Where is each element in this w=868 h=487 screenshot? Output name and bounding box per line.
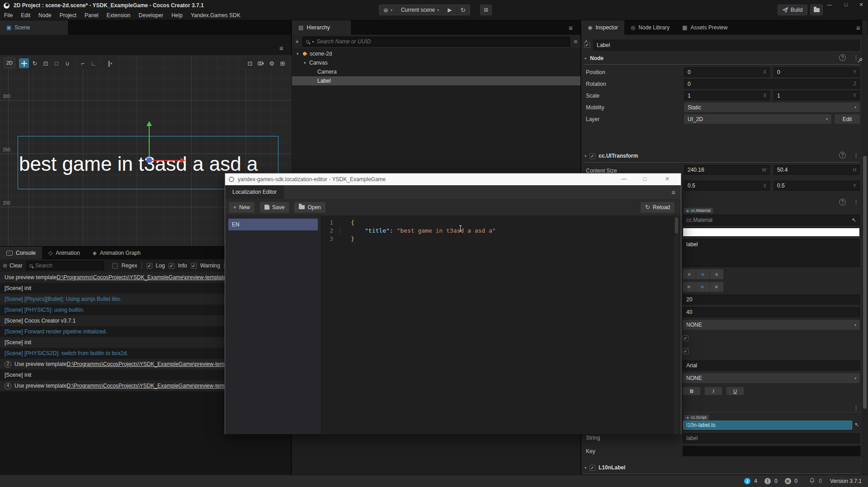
script-asset-field[interactable]: l10n-label.ts — [683, 421, 852, 430]
gizmo-origin-handle[interactable] — [146, 158, 151, 163]
menu-file[interactable]: File — [0, 11, 17, 20]
scale-tool[interactable]: ⊡ — [41, 58, 51, 68]
loc-menu-icon[interactable]: ≡ — [671, 188, 675, 196]
label-menu-icon[interactable]: ⋮ — [853, 199, 859, 206]
scene-menu-icon[interactable]: ≡ — [279, 44, 283, 52]
scrollbar-thumb[interactable] — [863, 156, 867, 409]
menu-developer[interactable]: Developer — [134, 11, 167, 20]
position-y-input[interactable]: 0Y — [774, 67, 860, 77]
list-view-icon[interactable]: ≡ — [574, 38, 577, 45]
uitransform-menu-icon[interactable]: ⋮ — [853, 152, 859, 159]
log-link[interactable]: D:\Programms\CocosProjects\YSDK_ExampleG… — [57, 272, 226, 283]
log-link[interactable]: D:\Programms\CocosProjects\YSDK_ExampleG… — [66, 380, 236, 391]
align-top-button[interactable]: ≡ — [683, 282, 696, 292]
tab-console[interactable]: >_ Console — [0, 247, 42, 259]
gizmo-x-axis[interactable] — [149, 160, 181, 161]
refresh-button[interactable]: ↻ — [457, 5, 470, 15]
error-count-icon[interactable]: ✕ — [785, 478, 791, 484]
l10nlabel-section-header[interactable]: ▾ L10nLabel — [585, 464, 625, 471]
maximize-button[interactable]: □ — [840, 1, 852, 8]
editor-scrollbar[interactable] — [674, 216, 679, 434]
coordinate-tool[interactable]: ∟ — [89, 58, 99, 68]
font-family-input[interactable]: Arial — [683, 361, 860, 370]
chevron-down-icon[interactable]: ▾ — [312, 40, 314, 44]
open-button[interactable]: Open — [294, 202, 325, 213]
hierarchy-menu-icon[interactable]: ≡ — [569, 24, 573, 32]
uitransform-section-header[interactable]: ▾ cc.UITransform — [585, 153, 638, 159]
color-field[interactable] — [683, 228, 860, 237]
create-node-button[interactable]: + — [295, 38, 299, 45]
bell-icon[interactable] — [809, 478, 815, 484]
minimize-button[interactable]: — — [621, 176, 627, 182]
tab-inspector[interactable]: ◉ Inspector — [581, 20, 624, 35]
key-input[interactable] — [683, 446, 861, 456]
anchor-y-input[interactable]: 0.5Y — [774, 181, 860, 191]
preview-target-dropdown[interactable]: ⊛ ▾ — [379, 5, 397, 15]
content-width-input[interactable]: 240.16W — [684, 165, 770, 175]
label-footer-menu-icon[interactable]: ⋮ — [853, 404, 859, 411]
node-name-input[interactable]: Label — [593, 40, 860, 51]
inspector-menu-icon[interactable]: ≡ — [856, 24, 860, 32]
position-x-input[interactable]: 0X — [684, 67, 770, 77]
new-button[interactable]: + New — [229, 202, 255, 213]
line-height-input[interactable]: 40 — [683, 307, 860, 317]
info-count-icon[interactable]: i — [744, 478, 750, 484]
2d-3d-toggle[interactable]: 2D — [4, 57, 15, 68]
gizmo-dimension-tool[interactable]: ∥ ▾ — [102, 57, 118, 69]
maximize-button[interactable]: □ — [643, 176, 646, 182]
node-menu-icon[interactable]: ⋮ — [853, 54, 859, 61]
grid-settings-button[interactable]: ⊞ — [278, 58, 288, 68]
menu-edit[interactable]: Edit — [17, 11, 34, 20]
content-height-input[interactable]: 50.4H — [774, 165, 860, 175]
loc-window-title-bar[interactable]: yandex-games-sdk.localization-editor - Y… — [225, 173, 681, 185]
italic-button[interactable]: I — [704, 387, 722, 395]
tab-hierarchy[interactable]: ▤ Hierarchy — [292, 20, 351, 35]
log-link[interactable]: D:\Programms\CocosProjects\YSDK_ExampleG… — [66, 359, 236, 370]
language-item-en[interactable]: EN — [228, 219, 318, 230]
script-string-field[interactable]: label — [683, 433, 860, 443]
asset-picker-icon[interactable]: ↖ — [854, 421, 859, 428]
menu-project[interactable]: Project — [56, 11, 80, 20]
align-right-button[interactable]: ≡ — [710, 269, 723, 279]
layer-dropdown[interactable]: UI_2D▾ — [684, 114, 831, 124]
system-font-checkbox[interactable] — [683, 335, 689, 341]
move-tool[interactable] — [19, 58, 29, 68]
tab-scene[interactable]: ▣ Scene — [0, 20, 68, 35]
log-checkbox[interactable] — [146, 263, 152, 269]
mobility-dropdown[interactable]: Static▾ — [684, 103, 860, 112]
menu-extension[interactable]: Extension — [103, 11, 135, 20]
pivot-tool[interactable]: ⌐ — [78, 58, 88, 68]
scene-select-dropdown[interactable]: Current scene ▾ — [397, 5, 443, 15]
reload-button[interactable]: ↻ Reload — [641, 202, 675, 213]
aspect-ratio-button[interactable]: ⊡ — [245, 58, 255, 68]
json-code-editor[interactable]: 1 { 2 "title" : "best game in t3asd a as… — [321, 216, 681, 434]
help-icon[interactable]: ? — [839, 54, 846, 61]
scale-y-input[interactable]: 1Y — [774, 91, 860, 100]
help-icon[interactable]: ? — [839, 152, 846, 159]
bold-button[interactable]: B — [683, 387, 701, 395]
gizmo-y-axis[interactable] — [149, 126, 150, 160]
clear-button[interactable]: ⊘ Clear — [3, 262, 23, 269]
regex-checkbox[interactable] — [112, 263, 118, 269]
expand-icon[interactable]: ▾ — [304, 61, 309, 65]
asset-picker-icon[interactable]: ↖ — [852, 217, 856, 223]
align-bottom-button[interactable]: ≡ — [710, 282, 723, 292]
build-button[interactable]: Build — [778, 5, 807, 15]
help-icon[interactable]: ? — [839, 199, 846, 206]
tab-node-library[interactable]: ◎ Node Library — [624, 20, 676, 35]
overflow-dropdown[interactable]: NONE▾ — [683, 320, 860, 330]
node-active-checkbox[interactable] — [584, 42, 590, 48]
align-center-button[interactable]: ≡ — [696, 269, 710, 279]
device-preview-button[interactable]: ⊞ — [480, 5, 492, 15]
label-string-textarea[interactable]: label — [683, 239, 860, 267]
scene-settings-button[interactable]: ⚙ — [267, 58, 277, 68]
scene-label-text[interactable]: best game in t3asd a asd a — [19, 153, 281, 175]
save-button[interactable]: Save — [260, 202, 289, 213]
scrollbar-thumb[interactable] — [675, 218, 678, 233]
cache-checkbox[interactable] — [683, 348, 689, 354]
node-section-header[interactable]: ▾ Node — [585, 55, 604, 61]
info-checkbox[interactable] — [169, 263, 175, 269]
menu-node[interactable]: Node — [34, 11, 56, 20]
hierarchy-search-input[interactable] — [316, 38, 566, 45]
minimize-button[interactable]: — — [824, 1, 835, 8]
